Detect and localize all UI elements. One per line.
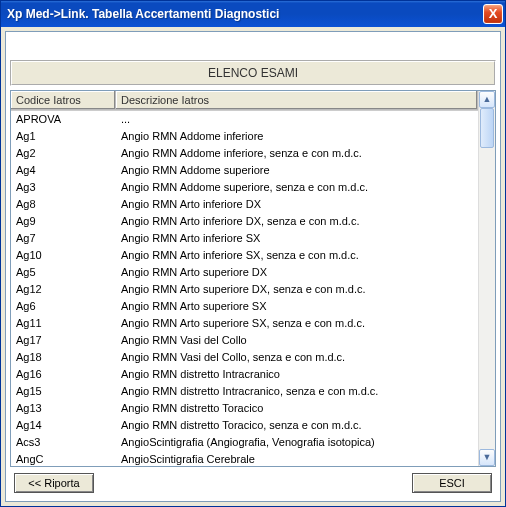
column-header-desc[interactable]: Descrizione Iatros bbox=[116, 91, 478, 110]
footer: << Riporta ESCI bbox=[10, 467, 496, 497]
cell-code: Ag8 bbox=[11, 196, 116, 213]
table-row[interactable]: Ag13Angio RMN distretto Toracico bbox=[11, 400, 478, 417]
table-row[interactable]: Ag8Angio RMN Arto inferiore DX bbox=[11, 196, 478, 213]
cell-code: Ag15 bbox=[11, 383, 116, 400]
table-row[interactable]: Ag7Angio RMN Arto inferiore SX bbox=[11, 230, 478, 247]
cell-desc: AngioScintigrafia (Angiografia, Venograf… bbox=[116, 434, 478, 451]
table-row[interactable]: Ag5Angio RMN Arto superiore DX bbox=[11, 264, 478, 281]
cell-code: AngC bbox=[11, 451, 116, 466]
cell-code: Ag3 bbox=[11, 179, 116, 196]
cell-code: Ag11 bbox=[11, 315, 116, 332]
table-row[interactable]: Acs3AngioScintigrafia (Angiografia, Veno… bbox=[11, 434, 478, 451]
table-row[interactable]: Ag2Angio RMN Addome inferiore, senza e c… bbox=[11, 145, 478, 162]
cell-desc: Angio RMN Arto superiore DX bbox=[116, 264, 478, 281]
toolbar-spacer bbox=[10, 36, 496, 60]
table-row[interactable]: Ag14Angio RMN distretto Toracico, senza … bbox=[11, 417, 478, 434]
vertical-scrollbar[interactable]: ▲ ▼ bbox=[478, 91, 495, 466]
cell-code: Ag12 bbox=[11, 281, 116, 298]
table-row[interactable]: Ag3Angio RMN Addome superiore, senza e c… bbox=[11, 179, 478, 196]
table-row[interactable]: Ag15Angio RMN distretto Intracranico, se… bbox=[11, 383, 478, 400]
cell-desc: Angio RMN distretto Toracico bbox=[116, 400, 478, 417]
cell-desc: Angio RMN Addome inferiore bbox=[116, 128, 478, 145]
cell-desc: AngioScintigrafia Cerebrale bbox=[116, 451, 478, 466]
scroll-thumb[interactable] bbox=[480, 108, 494, 148]
cell-desc: Angio RMN Addome inferiore, senza e con … bbox=[116, 145, 478, 162]
cell-desc: Angio RMN Arto inferiore DX, senza e con… bbox=[116, 213, 478, 230]
cell-desc: Angio RMN Vasi del Collo bbox=[116, 332, 478, 349]
table-row[interactable]: Ag1Angio RMN Addome inferiore bbox=[11, 128, 478, 145]
exam-listview[interactable]: Codice Iatros Descrizione Iatros APROVA.… bbox=[11, 91, 478, 466]
cell-code: Ag5 bbox=[11, 264, 116, 281]
scroll-down-icon[interactable]: ▼ bbox=[479, 449, 495, 466]
cell-code: Ag7 bbox=[11, 230, 116, 247]
cell-code: APROVA bbox=[11, 111, 116, 128]
cell-desc: Angio RMN Addome superiore bbox=[116, 162, 478, 179]
cell-code: Ag14 bbox=[11, 417, 116, 434]
cell-desc: ... bbox=[116, 111, 478, 128]
cell-code: Ag9 bbox=[11, 213, 116, 230]
listview-header: Codice Iatros Descrizione Iatros bbox=[11, 91, 478, 111]
scroll-track[interactable] bbox=[479, 108, 495, 449]
listview-body: APROVA...Ag1Angio RMN Addome inferioreAg… bbox=[11, 111, 478, 466]
cell-desc: Angio RMN Arto inferiore DX bbox=[116, 196, 478, 213]
table-row[interactable]: Ag18Angio RMN Vasi del Collo, senza e co… bbox=[11, 349, 478, 366]
footer-spacer bbox=[102, 473, 404, 493]
cell-code: Ag16 bbox=[11, 366, 116, 383]
scroll-up-icon[interactable]: ▲ bbox=[479, 91, 495, 108]
cell-desc: Angio RMN Vasi del Collo, senza e con m.… bbox=[116, 349, 478, 366]
cell-desc: Angio RMN distretto Toracico, senza e co… bbox=[116, 417, 478, 434]
cell-code: Ag17 bbox=[11, 332, 116, 349]
riporta-button[interactable]: << Riporta bbox=[14, 473, 94, 493]
cell-code: Acs3 bbox=[11, 434, 116, 451]
table-row[interactable]: Ag10Angio RMN Arto inferiore SX, senza e… bbox=[11, 247, 478, 264]
cell-code: Ag1 bbox=[11, 128, 116, 145]
app-window: Xp Med->Link. Tabella Accertamenti Diagn… bbox=[0, 0, 506, 507]
cell-code: Ag13 bbox=[11, 400, 116, 417]
table-row[interactable]: Ag11Angio RMN Arto superiore SX, senza e… bbox=[11, 315, 478, 332]
esci-button[interactable]: ESCI bbox=[412, 473, 492, 493]
cell-code: Ag2 bbox=[11, 145, 116, 162]
listview-container: Codice Iatros Descrizione Iatros APROVA.… bbox=[10, 90, 496, 467]
table-row[interactable]: Ag6Angio RMN Arto superiore SX bbox=[11, 298, 478, 315]
cell-desc: Angio RMN Addome superiore, senza e con … bbox=[116, 179, 478, 196]
cell-desc: Angio RMN Arto superiore SX bbox=[116, 298, 478, 315]
window-title: Xp Med->Link. Tabella Accertamenti Diagn… bbox=[7, 7, 483, 21]
cell-desc: Angio RMN Arto inferiore SX bbox=[116, 230, 478, 247]
cell-code: Ag18 bbox=[11, 349, 116, 366]
cell-desc: Angio RMN Arto superiore DX, senza e con… bbox=[116, 281, 478, 298]
table-row[interactable]: Ag12Angio RMN Arto superiore DX, senza e… bbox=[11, 281, 478, 298]
table-row[interactable]: Ag4Angio RMN Addome superiore bbox=[11, 162, 478, 179]
cell-code: Ag10 bbox=[11, 247, 116, 264]
cell-desc: Angio RMN distretto Intracranico, senza … bbox=[116, 383, 478, 400]
panel-title: ELENCO ESAMI bbox=[10, 60, 496, 86]
table-row[interactable]: Ag17Angio RMN Vasi del Collo bbox=[11, 332, 478, 349]
cell-desc: Angio RMN distretto Intracranico bbox=[116, 366, 478, 383]
cell-code: Ag4 bbox=[11, 162, 116, 179]
cell-code: Ag6 bbox=[11, 298, 116, 315]
cell-desc: Angio RMN Arto superiore SX, senza e con… bbox=[116, 315, 478, 332]
table-row[interactable]: Ag16Angio RMN distretto Intracranico bbox=[11, 366, 478, 383]
table-row[interactable]: Ag9Angio RMN Arto inferiore DX, senza e … bbox=[11, 213, 478, 230]
titlebar[interactable]: Xp Med->Link. Tabella Accertamenti Diagn… bbox=[1, 1, 505, 27]
close-icon[interactable]: X bbox=[483, 4, 503, 24]
client-area: ELENCO ESAMI Codice Iatros Descrizione I… bbox=[5, 31, 501, 502]
cell-desc: Angio RMN Arto inferiore SX, senza e con… bbox=[116, 247, 478, 264]
table-row[interactable]: AngCAngioScintigrafia Cerebrale bbox=[11, 451, 478, 466]
column-header-code[interactable]: Codice Iatros bbox=[11, 91, 116, 110]
table-row[interactable]: APROVA... bbox=[11, 111, 478, 128]
